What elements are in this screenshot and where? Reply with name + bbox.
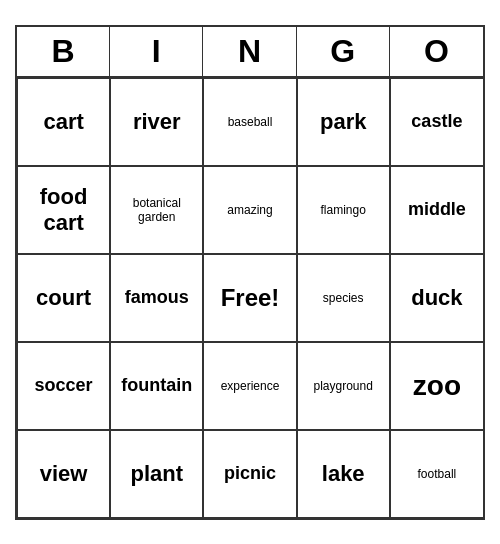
bingo-cell: middle xyxy=(390,166,483,254)
bingo-cell: Free! xyxy=(203,254,296,342)
bingo-cell: picnic xyxy=(203,430,296,518)
header-letter: G xyxy=(297,27,390,76)
bingo-cell: soccer xyxy=(17,342,110,430)
bingo-cell: football xyxy=(390,430,483,518)
bingo-cell: castle xyxy=(390,78,483,166)
bingo-cell: park xyxy=(297,78,390,166)
bingo-cell: amazing xyxy=(203,166,296,254)
bingo-cell: flamingo xyxy=(297,166,390,254)
bingo-cell: cart xyxy=(17,78,110,166)
bingo-card: BINGO cartriverbaseballparkcastlefood ca… xyxy=(15,25,485,520)
bingo-cell: famous xyxy=(110,254,203,342)
bingo-cell: view xyxy=(17,430,110,518)
header-letter: I xyxy=(110,27,203,76)
bingo-grid: cartriverbaseballparkcastlefood cartbota… xyxy=(17,78,483,518)
header-letter: O xyxy=(390,27,483,76)
bingo-cell: baseball xyxy=(203,78,296,166)
bingo-cell: food cart xyxy=(17,166,110,254)
bingo-cell: playground xyxy=(297,342,390,430)
header-letter: B xyxy=(17,27,110,76)
bingo-cell: experience xyxy=(203,342,296,430)
bingo-cell: species xyxy=(297,254,390,342)
bingo-cell: lake xyxy=(297,430,390,518)
bingo-cell: botanical garden xyxy=(110,166,203,254)
bingo-cell: zoo xyxy=(390,342,483,430)
bingo-cell: river xyxy=(110,78,203,166)
bingo-cell: plant xyxy=(110,430,203,518)
bingo-cell: fountain xyxy=(110,342,203,430)
bingo-header: BINGO xyxy=(17,27,483,78)
header-letter: N xyxy=(203,27,296,76)
bingo-cell: court xyxy=(17,254,110,342)
bingo-cell: duck xyxy=(390,254,483,342)
